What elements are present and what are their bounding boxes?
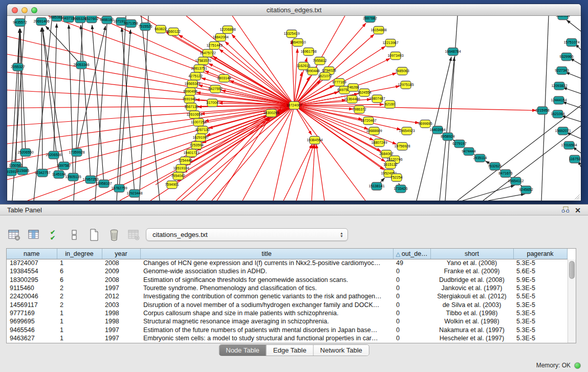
select-checks-icon[interactable]: ✔✔: [47, 228, 61, 242]
graph-node[interactable]: 20813751: [191, 65, 207, 73]
float-panel-icon[interactable]: [560, 206, 571, 215]
table-row[interactable]: 1872400712008Changes of HCN gene express…: [7, 259, 567, 267]
graph-node[interactable]: 9777169: [332, 79, 346, 86]
table-row[interactable]: 969969511998Structural magnetic resonanc…: [7, 317, 567, 325]
graph-node[interactable]: 6466160: [100, 16, 114, 24]
table-row[interactable]: 1456911722003Disruption of a novel membe…: [7, 300, 567, 309]
graph-node[interactable]: 19654923: [399, 127, 415, 135]
table-selector[interactable]: citations_edges.txt ▲▼: [146, 228, 348, 241]
new-document-icon[interactable]: [87, 228, 101, 242]
graph-node[interactable]: 116753: [569, 156, 581, 163]
column-header[interactable]: title: [140, 249, 393, 259]
graph-node[interactable]: 1145194: [52, 171, 66, 179]
graph-node[interactable]: 12610651: [186, 111, 202, 119]
graph-node[interactable]: 752254: [390, 174, 402, 182]
graph-node[interactable]: 19756928: [394, 143, 410, 150]
graph-node[interactable]: 3624554: [357, 89, 371, 97]
table-row[interactable]: 946554611997Estimation of the future num…: [7, 325, 567, 334]
table-row[interactable]: 1830029562008Estimation of significance …: [7, 276, 567, 284]
graph-node[interactable]: 20053346: [73, 61, 89, 69]
column-header[interactable]: year: [102, 249, 140, 259]
column-header[interactable]: in_degree: [57, 249, 102, 259]
graph-node[interactable]: 8427552: [208, 85, 222, 93]
graph-node[interactable]: 2803144: [217, 75, 231, 82]
network-window[interactable]: citations_edges.txt 18724007122068981884…: [7, 4, 581, 201]
column-header[interactable]: name: [7, 249, 57, 259]
graph-node[interactable]: 7485063: [395, 68, 409, 75]
graph-node[interactable]: 18807249: [371, 139, 387, 147]
graph-node[interactable]: 8215958: [535, 107, 549, 115]
graph-node[interactable]: 2935114: [473, 155, 487, 162]
column-header[interactable]: short: [430, 249, 513, 259]
graph-node[interactable]: 16958107: [96, 180, 112, 188]
tab-network-table[interactable]: Network Table: [313, 345, 369, 356]
graph-node[interactable]: 12923448: [126, 190, 142, 198]
graph-node[interactable]: 16782759: [111, 185, 127, 192]
graph-node[interactable]: 9435572: [13, 19, 27, 27]
graph-node[interactable]: 1615132: [383, 161, 397, 169]
graph-node[interactable]: 16291997: [192, 134, 208, 142]
graph-node[interactable]: 1621072: [318, 73, 332, 80]
graph-node[interactable]: 6279197: [452, 140, 466, 148]
graph-node[interactable]: 1115685: [16, 167, 29, 175]
graph-node[interactable]: 9397587: [57, 162, 71, 170]
graph-node[interactable]: 20691406: [33, 18, 49, 26]
graph-node[interactable]: 7986372: [352, 106, 366, 114]
graph-node[interactable]: 25206550: [17, 149, 33, 157]
graph-node[interactable]: 9245652: [519, 186, 533, 194]
graph-node[interactable]: 1733426: [394, 185, 407, 193]
close-panel-icon[interactable]: ✕: [573, 206, 583, 215]
graph-node[interactable]: 7632621: [488, 163, 502, 170]
graph-node[interactable]: 663822: [155, 26, 166, 33]
graph-node[interactable]: 8990498: [183, 88, 197, 96]
graph-node[interactable]: 12342757: [34, 169, 50, 177]
graph-node[interactable]: 12093832: [551, 82, 567, 90]
table-row[interactable]: 2242004622012Investigating the contribut…: [7, 292, 567, 300]
graph-node[interactable]: 12751443: [206, 42, 222, 50]
graph-node[interactable]: 20206536: [46, 151, 61, 159]
graph-node[interactable]: 13325419: [284, 30, 299, 38]
delete-trash-icon[interactable]: [107, 228, 121, 242]
graph-node[interactable]: 12213967: [382, 39, 398, 47]
graph-node[interactable]: 12206898: [220, 26, 235, 34]
graph-node[interactable]: 10807487: [369, 95, 385, 103]
graph-node[interactable]: 7594901: [165, 181, 179, 189]
graph-node[interactable]: 16154808: [371, 27, 386, 34]
graph-node[interactable]: 7253594: [189, 142, 203, 149]
tab-node-table[interactable]: Node Table: [219, 345, 266, 356]
graph-node[interactable]: 12444154: [551, 97, 567, 104]
graph-node[interactable]: 9329966: [559, 53, 573, 61]
graph-node[interactable]: 19565344: [184, 80, 200, 88]
graph-node[interactable]: 16648784: [445, 48, 461, 56]
graph-node[interactable]: 19384554: [307, 137, 322, 144]
graph-node[interactable]: 3567130: [184, 103, 198, 111]
graph-node[interactable]: 16961758: [300, 48, 316, 56]
graph-node[interactable]: 16403954: [429, 126, 445, 134]
graph-node[interactable]: 1527602: [84, 16, 98, 23]
graph-node[interactable]: 1621064: [551, 111, 564, 118]
network-canvas[interactable]: 1872400712206898188420041275144315475722…: [7, 16, 581, 201]
table-row[interactable]: 911546021997Tourette syndrome. Phenomeno…: [7, 284, 567, 292]
graph-node[interactable]: 21364486: [344, 96, 360, 103]
graph-node[interactable]: 4671358: [124, 20, 138, 28]
graph-node[interactable]: 7254446: [178, 157, 192, 165]
network-window-titlebar[interactable]: citations_edges.txt: [7, 4, 581, 16]
graph-node[interactable]: 4275122: [188, 73, 202, 80]
graph-node[interactable]: 9474444: [462, 148, 475, 156]
table-scrollbar-thumb[interactable]: [569, 261, 575, 279]
graph-node[interactable]: 317004: [206, 99, 218, 107]
graph-node[interactable]: 7554047: [171, 172, 185, 180]
graph-node[interactable]: 2887682: [363, 16, 377, 23]
network-graph[interactable]: 1872400712206898188420041275144315475722…: [7, 16, 581, 201]
graph-node[interactable]: 7691940: [182, 96, 196, 103]
table-row[interactable]: 1938455462009Genome-wide association stu…: [7, 267, 567, 275]
graph-node[interactable]: 9510134: [556, 16, 570, 20]
graph-node[interactable]: 8660122: [166, 28, 180, 36]
table-scrollbar[interactable]: [568, 259, 576, 343]
table-row[interactable]: 946362711997Embryonic stem cells: a mode…: [7, 334, 567, 342]
graph-node[interactable]: 10654112: [508, 178, 524, 185]
graph-node[interactable]: 8958924: [441, 133, 454, 141]
graph-node[interactable]: 8471676: [498, 170, 512, 178]
tab-edge-table[interactable]: Edge Table: [266, 345, 313, 356]
graph-node[interactable]: 2055327: [11, 63, 25, 71]
